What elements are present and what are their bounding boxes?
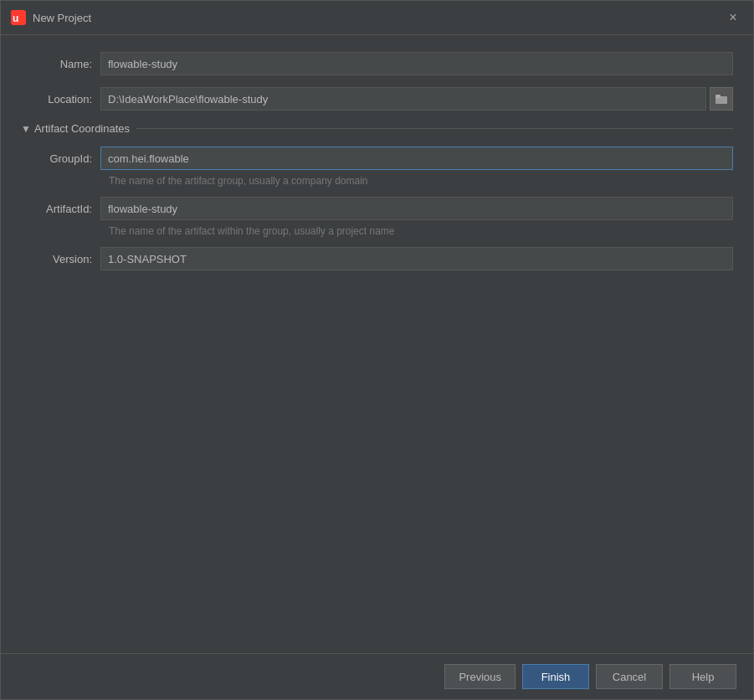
- intellij-icon: u: [11, 10, 26, 25]
- artifact-section-title: Artifact Coordinates: [34, 122, 130, 135]
- name-input[interactable]: [100, 52, 733, 75]
- artifactid-hint: The name of the artifact within the grou…: [109, 225, 733, 237]
- artifactid-input[interactable]: [100, 197, 733, 220]
- artifactid-label: ArtifactId:: [21, 203, 100, 215]
- location-row: Location:: [21, 87, 733, 111]
- location-input[interactable]: [100, 87, 706, 111]
- location-wrapper: [100, 87, 733, 111]
- version-row: Version:: [21, 247, 733, 270]
- groupid-label: GroupId:: [21, 152, 100, 165]
- previous-button[interactable]: Previous: [444, 664, 515, 689]
- artifact-section-header: ▼ Artifact Coordinates: [21, 122, 733, 135]
- svg-text:u: u: [13, 13, 18, 24]
- new-project-dialog: u New Project × Name: Location:: [0, 0, 754, 700]
- title-bar-left: u New Project: [11, 10, 91, 25]
- browse-folder-button[interactable]: [710, 87, 733, 111]
- dialog-footer: Previous Finish Cancel Help: [1, 653, 753, 699]
- section-toggle-icon[interactable]: ▼: [21, 123, 31, 135]
- close-button[interactable]: ×: [723, 8, 743, 28]
- version-input[interactable]: [100, 247, 733, 270]
- groupid-row: GroupId:: [21, 147, 733, 170]
- section-divider: [136, 128, 733, 129]
- finish-button[interactable]: Finish: [522, 664, 589, 689]
- groupid-hint: The name of the artifact group, usually …: [109, 175, 733, 187]
- title-bar: u New Project ×: [1, 1, 753, 35]
- location-label: Location:: [21, 93, 100, 106]
- dialog-body: Name: Location: ▼ Artifact Coordinates: [1, 35, 753, 653]
- help-button[interactable]: Help: [669, 664, 736, 689]
- version-label: Version:: [21, 253, 100, 265]
- artifactid-row: ArtifactId:: [21, 197, 733, 220]
- groupid-input[interactable]: [100, 147, 733, 170]
- cancel-button[interactable]: Cancel: [596, 664, 663, 689]
- dialog-title: New Project: [33, 12, 91, 24]
- name-row: Name:: [21, 52, 733, 75]
- svg-rect-3: [716, 95, 721, 98]
- name-label: Name:: [21, 58, 100, 70]
